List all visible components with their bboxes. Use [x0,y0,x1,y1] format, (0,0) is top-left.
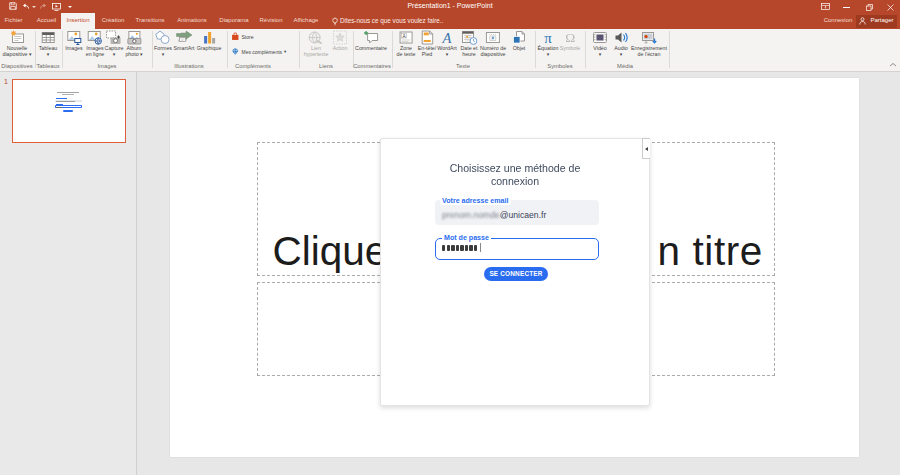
svg-text:#: # [492,35,495,40]
svg-text:Ω: Ω [565,30,575,45]
svg-text:π: π [544,30,552,45]
svg-text:A: A [442,30,452,45]
